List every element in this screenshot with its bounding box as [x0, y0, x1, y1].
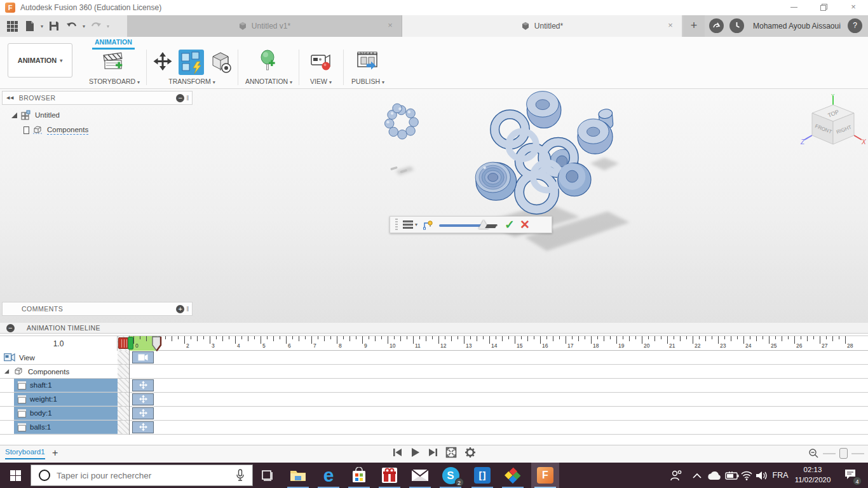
viewport-canvas[interactable]: ◀◀ BROWSER − ‖ Untitled Components	[0, 89, 868, 323]
wifi-icon[interactable]: *	[738, 463, 755, 488]
add-storyboard-button[interactable]: +	[52, 447, 58, 459]
weight-front[interactable]	[558, 163, 591, 196]
expanded-triangle-icon[interactable]	[11, 112, 17, 118]
add-comment-icon[interactable]: +	[176, 305, 184, 313]
annotation-icon[interactable]	[257, 50, 280, 75]
timeline-zoom-slider[interactable]	[839, 448, 848, 459]
move-action-block[interactable]	[132, 421, 154, 433]
row-label-components[interactable]: Components	[0, 365, 69, 378]
group-label[interactable]: VIEW	[310, 78, 327, 85]
group-caret[interactable]: ▾	[213, 79, 215, 85]
play-icon[interactable]	[410, 447, 420, 458]
group-caret[interactable]: ▾	[290, 79, 292, 85]
close-button[interactable]: ×	[839, 0, 868, 15]
row-label-balls[interactable]: balls:1	[14, 421, 118, 434]
people-icon[interactable]	[667, 463, 685, 488]
save-icon[interactable]	[47, 19, 61, 33]
taskbar-app-microsoft-store[interactable]	[345, 463, 373, 488]
onedrive-cloud-icon[interactable]	[705, 463, 723, 488]
auto-explode-icon[interactable]	[178, 49, 205, 76]
expanded-triangle-icon[interactable]	[4, 369, 9, 374]
move-action-block[interactable]	[132, 393, 154, 405]
row-label-shaft[interactable]: shaft:1	[14, 379, 118, 392]
app-grid-icon[interactable]	[5, 19, 19, 33]
job-status-clock-icon[interactable]	[729, 18, 744, 33]
new-storyboard-icon[interactable]	[102, 50, 127, 74]
fidget-spinner-model[interactable]	[0, 89, 868, 323]
browser-item-label[interactable]: Components	[47, 126, 88, 135]
microphone-icon[interactable]	[236, 469, 245, 482]
timeline-row-weight[interactable]: weight:1	[0, 393, 868, 407]
trail-lines-icon[interactable]	[423, 219, 434, 231]
group-caret[interactable]: ▾	[329, 79, 332, 85]
taskbar-app-edge[interactable]: e	[315, 463, 342, 488]
tray-chevron-icon[interactable]	[689, 463, 705, 488]
timeline-row-body[interactable]: body:1	[0, 407, 868, 421]
bearing-component[interactable]	[475, 162, 516, 200]
browser-item-untitled[interactable]: Untitled	[11, 110, 60, 120]
redo-caret[interactable]: ▾	[107, 24, 109, 29]
tab-close-icon[interactable]: ×	[385, 20, 395, 30]
go-to-end-icon[interactable]	[428, 447, 438, 458]
move-action-block[interactable]	[132, 407, 154, 419]
row-label-weight[interactable]: weight:1	[14, 393, 118, 406]
row-label-view[interactable]: View	[0, 351, 35, 364]
row-label-body[interactable]: body:1	[14, 407, 118, 420]
transform-components-icon[interactable]	[151, 51, 174, 74]
publish-video-icon[interactable]	[355, 51, 381, 73]
group-caret[interactable]: ▾	[137, 79, 140, 85]
user-name[interactable]: Mohamed Ayoub Aissaoui	[753, 22, 841, 30]
group-caret[interactable]: ▾	[382, 79, 384, 85]
timeline-start-marker[interactable]	[128, 337, 133, 349]
drag-handle-icon[interactable]	[395, 219, 398, 231]
go-to-start-icon[interactable]	[393, 447, 403, 458]
tab-untitled-active[interactable]: Untitled* ×	[402, 15, 682, 37]
zoom-out-icon[interactable]	[808, 448, 819, 459]
workspace-selector[interactable]: ANIMATION ▾	[8, 43, 72, 78]
taskbar-app-skype[interactable]: S 2	[437, 463, 465, 488]
playhead[interactable]	[151, 336, 162, 352]
undo-icon[interactable]	[65, 19, 79, 33]
tab-close-icon[interactable]: ×	[665, 20, 675, 30]
timeline-row-view[interactable]: View	[0, 351, 868, 365]
fit-timeline-icon[interactable]	[445, 447, 457, 458]
search-input[interactable]	[57, 471, 236, 480]
taskbar-app-file-explorer[interactable]	[284, 463, 312, 488]
collapsed-triangle-icon[interactable]	[24, 127, 29, 133]
language-indicator[interactable]: FRA	[770, 463, 790, 488]
timeline-row-shaft[interactable]: shaft:1	[0, 379, 868, 393]
balls-component[interactable]	[384, 104, 418, 139]
clock[interactable]: 02:13 11/02/2020	[789, 464, 836, 485]
restore-home-icon[interactable]	[208, 50, 233, 74]
storyboard-tab[interactable]: Storyboard1	[5, 448, 45, 459]
help-icon[interactable]: ?	[848, 18, 862, 33]
taskbar-app-fusion-360[interactable]: F	[531, 463, 559, 488]
explode-distance-slider[interactable]	[439, 219, 499, 231]
taskbar-app-brackets[interactable]: [ ]	[468, 463, 496, 488]
browser-item-label[interactable]: Untitled	[35, 111, 60, 119]
taskbar-app-color-diamond[interactable]	[499, 463, 527, 488]
undo-caret[interactable]: ▾	[83, 24, 85, 29]
redo-icon[interactable]	[89, 19, 103, 33]
timeline-row-balls[interactable]: balls:1	[0, 421, 868, 435]
collapse-timeline-icon[interactable]: −	[6, 324, 15, 332]
panel-grip-icon[interactable]: ‖	[186, 306, 189, 313]
restore-button[interactable]	[809, 0, 838, 15]
camera-action-block[interactable]	[132, 351, 154, 363]
view-camera-icon[interactable]	[309, 52, 332, 72]
move-action-block[interactable]	[132, 379, 154, 391]
comments-panel-header[interactable]: COMMENTS + ‖	[2, 302, 193, 316]
taskbar-app-gift[interactable]	[376, 463, 403, 488]
new-tab-button[interactable]: +	[683, 15, 705, 37]
file-menu-icon[interactable]	[23, 19, 37, 33]
browser-item-components[interactable]: Components	[24, 125, 88, 135]
taskbar-search[interactable]	[31, 464, 253, 486]
weight-top[interactable]	[527, 92, 561, 128]
minimize-panel-icon[interactable]: −	[176, 94, 184, 102]
group-label[interactable]: STORYBOARD	[89, 78, 135, 85]
animation-timeline-header[interactable]: − ANIMATION TIMELINE	[0, 323, 868, 334]
minimize-button[interactable]	[779, 0, 808, 15]
explode-order-dropdown[interactable]: ▾	[403, 220, 417, 229]
task-view-button[interactable]	[253, 463, 281, 488]
group-label[interactable]: PUBLISH	[351, 78, 380, 85]
